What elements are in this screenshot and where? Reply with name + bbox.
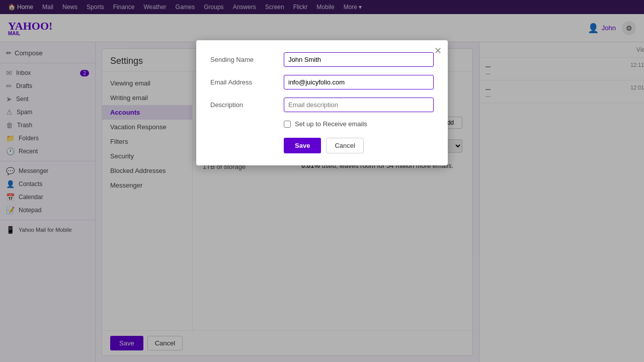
modal-close-button[interactable]: ✕ [434,46,442,55]
description-input[interactable] [284,98,434,112]
modal-sending-name-field: Sending Name [210,52,434,67]
receive-emails-checkbox[interactable] [284,121,291,128]
sending-name-label: Sending Name [210,56,276,63]
modal-checkbox-row: Set up to Receive emails [284,120,434,128]
add-email-dialog: ✕ Sending Name Email Address Description… [196,40,448,165]
modal-description-field: Description [210,98,434,112]
sending-name-input[interactable] [284,52,434,67]
modal-cancel-button[interactable]: Cancel [326,138,363,153]
modal-email-address-field: Email Address [210,75,434,89]
description-label: Description [210,101,276,109]
email-address-input[interactable] [284,75,434,89]
receive-emails-label: Set up to Receive emails [295,120,367,128]
modal-actions: Save Cancel [284,138,434,153]
modal-save-button[interactable]: Save [284,138,321,153]
email-address-label: Email Address [210,78,276,86]
modal-overlay: ✕ Sending Name Email Address Description… [0,0,644,362]
